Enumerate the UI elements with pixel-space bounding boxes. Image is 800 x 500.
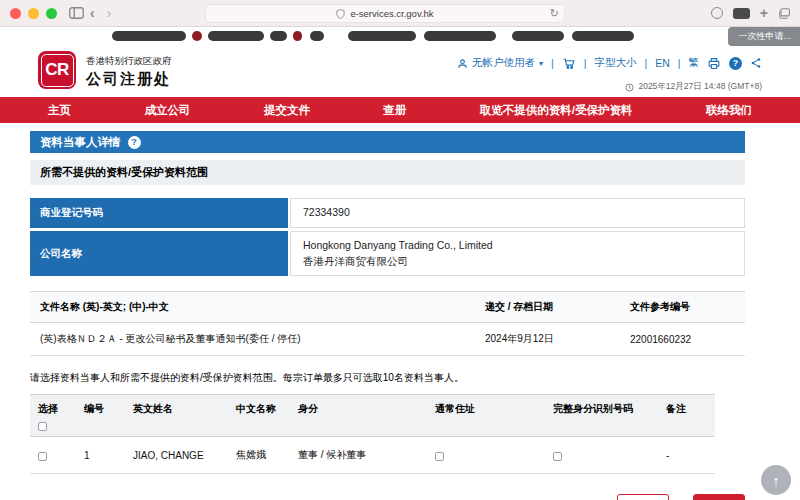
org-name-line2: 公司注册处 <box>86 70 172 89</box>
redacted-bookmark[interactable] <box>310 31 324 41</box>
privacy-report-icon[interactable] <box>711 7 723 19</box>
minimize-window-button[interactable] <box>28 8 39 19</box>
document-ref: 22001660232 <box>620 323 745 356</box>
row-remarks: - <box>658 437 715 474</box>
share-icon[interactable] <box>750 57 762 69</box>
back-button[interactable]: 返回 <box>617 494 669 500</box>
reload-icon[interactable]: ↻ <box>550 7 559 20</box>
lang-zh[interactable]: 繁 <box>689 56 700 70</box>
document-table: 文件名称 (英)-英文; (中)-中文 递交 / 存档日期 文件参考编号 (英)… <box>30 291 745 356</box>
tab-tooltip: 一次性申请... <box>728 27 800 46</box>
col-usual-address: 通常住址 <box>427 395 545 437</box>
back-icon[interactable]: ‹ <box>90 6 95 20</box>
url-bar[interactable]: e-services.cr.gov.hk ↻ <box>205 4 565 23</box>
select-header-label: 选择 <box>38 402 68 416</box>
address-checkbox[interactable] <box>435 452 444 461</box>
table-header-row: 选择 编号 英文姓名 中文名称 身分 通常住址 完整身分识别号码 备注 <box>30 395 715 437</box>
scroll-top-button[interactable]: ↑ <box>761 465 791 495</box>
clock-icon <box>625 83 634 92</box>
user-menu-label: 无帐户使用者 <box>472 56 535 70</box>
continue-button[interactable]: 继续 <box>693 494 745 500</box>
sidebar-icon[interactable] <box>69 7 84 19</box>
row-select-checkbox[interactable] <box>38 452 47 461</box>
row-capacity: 董事 / 候补董事 <box>290 437 427 474</box>
forward-icon[interactable]: › <box>107 6 112 20</box>
col-full-id-number: 完整身分识别号码 <box>545 395 658 437</box>
tab-overview-icon[interactable] <box>778 8 790 19</box>
lang-en[interactable]: EN <box>655 57 670 69</box>
close-window-button[interactable] <box>10 8 21 19</box>
data-subject-table: 选择 编号 英文姓名 中文名称 身分 通常住址 完整身分识别号码 备注 1 JI… <box>30 394 715 474</box>
document-name: (英)表格ＮＤ２Ａ - 更改公司秘书及董事通知书(委任 / 停任) <box>30 323 475 356</box>
id-number-checkbox[interactable] <box>553 452 562 461</box>
cr-logo[interactable]: CR <box>38 51 76 89</box>
browser-chrome: ‹ › e-services.cr.gov.hk ↻ + <box>0 0 800 27</box>
nav-protected-info[interactable]: 取览不提供的资料/受保护资料 <box>480 103 633 118</box>
site-header: CR 香港特别行政区政府 公司注册处 无帐户使用者 ▾ | | 字型大小 | E… <box>0 44 800 97</box>
cart-button[interactable] <box>562 57 576 70</box>
col-capacity: 身分 <box>290 395 427 437</box>
browser-window: ‹ › e-services.cr.gov.hk ↻ + 一次性申请... <box>0 0 800 500</box>
nav-search[interactable]: 查册 <box>383 103 406 118</box>
filing-date: 2024年9月12日 <box>475 323 620 356</box>
table-row: 公司名称 Hongkong Danyang Trading Co., Limit… <box>30 231 745 277</box>
header-controls: 无帐户使用者 ▾ | | 字型大小 | EN | 繁 ? <box>457 56 762 70</box>
col-number: 编号 <box>76 395 125 437</box>
nav-submit-documents[interactable]: 提交文件 <box>264 103 310 118</box>
redacted-bookmark[interactable] <box>512 31 564 41</box>
new-tab-icon[interactable]: + <box>760 6 768 20</box>
page-help-icon[interactable]: ? <box>128 136 141 149</box>
company-name-en: Hongkong Danyang Trading Co., Limited <box>303 238 732 254</box>
instruction-text: 请选择资料当事人和所需不提供的资料/受保护资料范围。每宗订单最多只可选取10名资… <box>30 371 745 385</box>
brn-label: 商业登记号码 <box>30 198 290 228</box>
nav-home[interactable]: 主页 <box>48 103 71 118</box>
redacted-bookmark[interactable] <box>192 31 202 41</box>
table-row: 1 JIAO, CHANGE 焦嫦娥 董事 / 候补董事 - <box>30 437 715 474</box>
row-english-name: JIAO, CHANGE <box>125 437 228 474</box>
redacted-bookmark[interactable] <box>208 31 264 41</box>
person-icon <box>457 58 468 69</box>
redacted-bookmark[interactable] <box>424 31 496 41</box>
brn-value: 72334390 <box>290 198 745 228</box>
zoom-window-button[interactable] <box>46 8 57 19</box>
timestamp: 2025年12月27日 14:48 (GMT+8) <box>625 81 762 93</box>
page-title-bar: 资料当事人详情 ? <box>30 131 745 153</box>
font-size-control[interactable]: 字型大小 <box>594 56 636 70</box>
col-select: 选择 <box>30 395 76 437</box>
cr-logo-text: CR <box>38 51 76 89</box>
row-chinese-name: 焦嫦娥 <box>228 437 290 474</box>
extension-icon[interactable] <box>733 8 750 19</box>
table-header-row: 文件名称 (英)-英文; (中)-中文 递交 / 存档日期 文件参考编号 <box>30 292 745 323</box>
print-icon[interactable] <box>707 57 721 70</box>
party-table-section: 选择 编号 英文姓名 中文名称 身分 通常住址 完整身分识别号码 备注 1 JI… <box>30 394 715 474</box>
col-english-name: 英文姓名 <box>125 395 228 437</box>
window-controls <box>10 8 57 19</box>
table-row: (英)表格ＮＤ２Ａ - 更改公司秘书及董事通知书(委任 / 停任) 2024年9… <box>30 323 745 356</box>
help-icon[interactable]: ? <box>729 57 742 70</box>
user-menu[interactable]: 无帐户使用者 ▾ <box>457 56 543 70</box>
org-name: 香港特别行政区政府 公司注册处 <box>86 51 172 97</box>
redacted-bookmark[interactable] <box>572 31 634 41</box>
divider: | <box>678 57 681 69</box>
redacted-bookmark[interactable] <box>112 31 186 41</box>
toolbar-icons: + <box>711 6 790 20</box>
org-name-line1: 香港特别行政区政府 <box>86 55 172 68</box>
nav-contact[interactable]: 联络我们 <box>706 103 752 118</box>
divider: | <box>644 57 647 69</box>
privacy-shield-icon <box>336 9 345 19</box>
main-content: 资料当事人详情 ? 所需不提供的资料/受保护资料范围 商业登记号码 723343… <box>30 131 745 385</box>
col-filing-date: 递交 / 存档日期 <box>475 292 620 323</box>
col-remarks: 备注 <box>658 395 715 437</box>
redacted-bookmark[interactable] <box>348 31 416 41</box>
section-title: 所需不提供的资料/受保护资料范围 <box>30 160 745 185</box>
redacted-bookmark[interactable] <box>270 31 287 41</box>
divider: | <box>584 57 587 69</box>
redacted-bookmark[interactable] <box>293 31 302 41</box>
nav-incorporation[interactable]: 成立公司 <box>144 103 190 118</box>
button-bar: 返回 继续 <box>30 494 745 500</box>
chevron-down-icon: ▾ <box>539 59 543 68</box>
timestamp-text: 2025年12月27日 14:48 (GMT+8) <box>638 81 762 93</box>
select-all-checkbox[interactable] <box>38 422 47 431</box>
up-arrow-icon: ↑ <box>772 472 780 489</box>
col-chinese-name: 中文名称 <box>228 395 290 437</box>
